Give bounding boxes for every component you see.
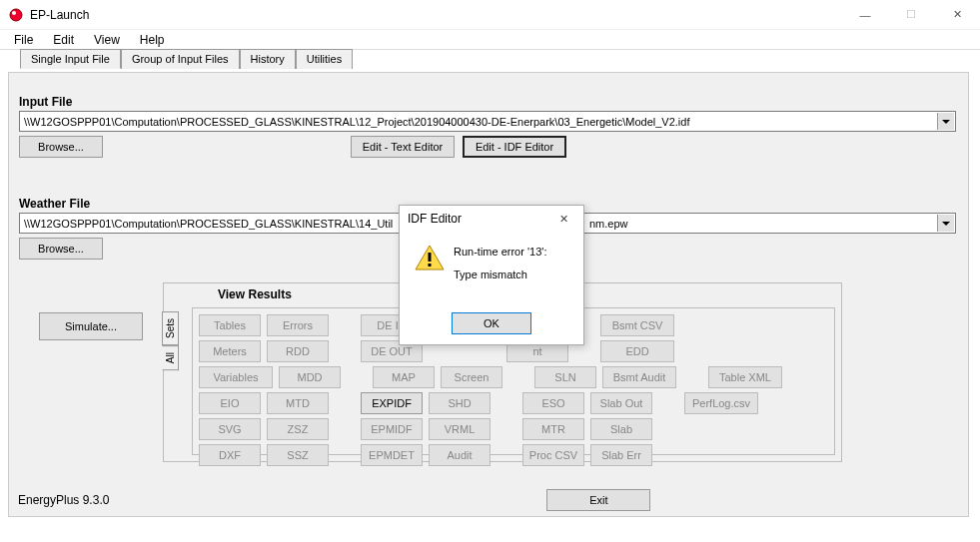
result-btn-svg: SVG	[199, 418, 261, 440]
input-file-label: Input File	[19, 95, 956, 109]
result-btn-vrml: VRML	[429, 418, 490, 440]
result-btn-tables: Tables	[199, 314, 261, 336]
menu-edit[interactable]: Edit	[45, 31, 82, 49]
tab-single-input-file[interactable]: Single Input File	[20, 49, 121, 69]
result-btn-mtr: MTR	[522, 418, 584, 440]
result-btn-rdd: RDD	[267, 340, 329, 362]
dialog-error-line2: Type mismatch	[454, 267, 546, 283]
input-file-path: \\W12GOSPPP01\Computation\PROCESSED_GLAS…	[24, 116, 689, 128]
menu-file[interactable]: File	[6, 31, 41, 49]
version-label: EnergyPlus 9.3.0	[18, 493, 109, 507]
result-btn-shd: SHD	[429, 392, 490, 414]
result-btn-bsmt-csv: Bsmt CSV	[600, 314, 674, 336]
dialog-ok-button[interactable]: OK	[452, 312, 531, 334]
dialog-error-line1: Run-time error '13':	[454, 244, 546, 261]
edit-text-editor-button[interactable]: Edit - Text Editor	[351, 136, 455, 158]
warning-icon	[414, 244, 446, 271]
tab-group-input-files[interactable]: Group of Input Files	[121, 49, 240, 69]
window-title: EP-Launch	[30, 8, 842, 22]
result-btn-errors: Errors	[267, 314, 329, 336]
input-file-dropdown-arrow[interactable]	[937, 113, 954, 130]
result-btn-mdd: MDD	[279, 366, 341, 388]
tab-history[interactable]: History	[240, 49, 296, 69]
close-window-button[interactable]: ✕	[934, 0, 980, 30]
result-btn-mtd: MTD	[267, 392, 329, 414]
result-btn-slab-out: Slab Out	[590, 392, 652, 414]
weather-file-browse-button[interactable]: Browse...	[19, 238, 103, 260]
result-btn-bsmt-audit: Bsmt Audit	[602, 366, 676, 388]
exit-button[interactable]: Exit	[546, 489, 650, 511]
weather-file-path-left: \\W12GOSPPP01\Computation\PROCESSED_GLAS…	[24, 218, 393, 230]
menu-view[interactable]: View	[86, 31, 128, 49]
weather-file-path-right: nm.epw	[589, 218, 628, 230]
svg-rect-3	[429, 253, 432, 262]
app-logo-icon	[8, 7, 24, 23]
result-btn-dxf: DXF	[199, 444, 261, 466]
menu-help[interactable]: Help	[132, 31, 173, 49]
edit-idf-editor-button[interactable]: Edit - IDF Editor	[463, 136, 566, 158]
result-btn-epmidf: EPMIDF	[361, 418, 423, 440]
result-btn-perflog-csv: PerfLog.csv	[684, 392, 758, 414]
result-btn-map: MAP	[373, 366, 435, 388]
input-file-browse-button[interactable]: Browse...	[19, 136, 103, 158]
side-tab-sets[interactable]: Sets	[162, 311, 179, 345]
result-btn-edd: EDD	[600, 340, 674, 362]
minimize-button[interactable]: —	[842, 0, 888, 30]
svg-rect-4	[429, 264, 432, 267]
result-btn-eio: EIO	[199, 392, 261, 414]
result-btn-eso: ESO	[522, 392, 584, 414]
result-btn-slab: Slab	[590, 418, 652, 440]
simulate-button[interactable]: Simulate...	[39, 312, 143, 340]
result-btn-proc-csv: Proc CSV	[522, 444, 584, 466]
view-results-title: View Results	[218, 287, 292, 301]
side-tab-all[interactable]: All	[162, 345, 179, 370]
result-btn-sln: SLN	[534, 366, 596, 388]
result-btn-meters: Meters	[199, 340, 261, 362]
result-btn-table-xml: Table XML	[708, 366, 782, 388]
result-btn-screen: Screen	[441, 366, 502, 388]
input-file-combo[interactable]: \\W12GOSPPP01\Computation\PROCESSED_GLAS…	[19, 111, 956, 132]
svg-point-0	[10, 9, 22, 21]
maximize-button: ☐	[888, 0, 934, 30]
result-btn-variables: Variables	[199, 366, 273, 388]
result-btn-zsz: ZSZ	[267, 418, 329, 440]
svg-point-1	[12, 11, 16, 15]
weather-file-dropdown-arrow[interactable]	[937, 215, 954, 232]
result-btn-slab-err: Slab Err	[590, 444, 652, 466]
result-btn-epmdet: EPMDET	[361, 444, 423, 466]
result-btn-expidf[interactable]: EXPIDF	[361, 392, 423, 414]
result-btn-audit: Audit	[429, 444, 490, 466]
tab-utilities[interactable]: Utilities	[296, 49, 353, 69]
result-btn-ssz: SSZ	[267, 444, 329, 466]
error-dialog: IDF Editor ✕ Run-time error '13': Type m…	[399, 205, 584, 345]
dialog-close-button[interactable]: ✕	[543, 206, 583, 232]
